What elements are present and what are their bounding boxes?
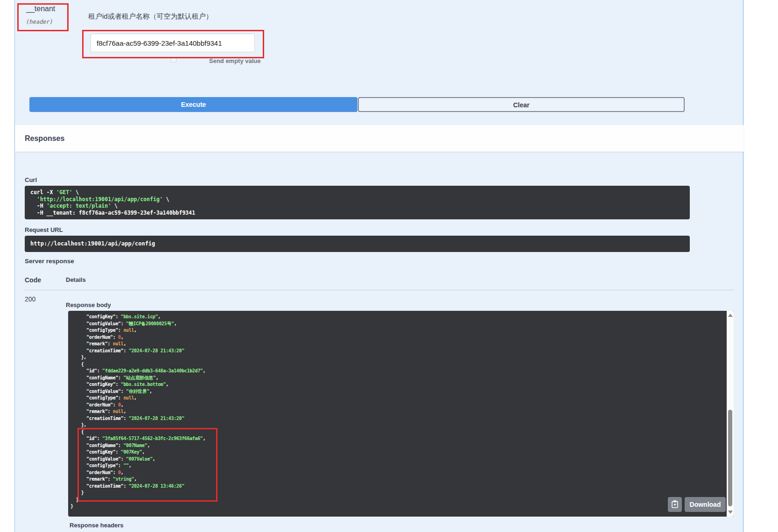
status-code: 200 — [25, 295, 35, 303]
curl-block: curl -X 'GET' \ 'http://localhost:19001/… — [25, 186, 690, 219]
send-empty-label: Send empty value — [209, 57, 261, 64]
annotation-box-input — [82, 30, 264, 58]
param-description: 租户id或者租户名称（可空为默认租户） — [88, 12, 213, 21]
curl-label: Curl — [25, 176, 37, 183]
curl-command: curl -X 'GET' \ 'http://localhost:19001/… — [30, 189, 684, 216]
request-url-label: Request URL — [25, 226, 63, 233]
code-column-header: Code — [25, 276, 41, 284]
annotation-box-param-name — [17, 3, 69, 31]
table-separator — [25, 290, 735, 290]
request-url-block: http://localhost:19001/api/app/config — [25, 236, 690, 252]
responses-header-bar: Responses — [15, 125, 744, 152]
response-headers-label: Response headers — [70, 522, 124, 529]
swagger-page: __tenant (header) 租户id或者租户名称（可空为默认租户） Se… — [0, 0, 778, 532]
responses-title: Responses — [25, 134, 64, 143]
scroll-up-arrow-icon[interactable] — [728, 314, 733, 317]
scroll-down-arrow-icon[interactable] — [728, 511, 733, 514]
clear-button[interactable]: Clear — [358, 97, 685, 112]
clipboard-icon — [671, 500, 679, 510]
download-button[interactable]: Download — [685, 497, 726, 512]
execute-button[interactable]: Execute — [29, 97, 357, 112]
scrollbar-thumb[interactable] — [728, 410, 732, 506]
copy-response-button[interactable] — [668, 497, 682, 512]
annotation-box-json-object — [77, 428, 217, 502]
details-column-header: Details — [66, 276, 86, 283]
request-url-value: http://localhost:19001/api/app/config — [30, 240, 155, 247]
server-response-label: Server response — [25, 258, 74, 265]
response-body-scrollbar[interactable] — [727, 311, 734, 517]
response-body-label: Response body — [66, 301, 111, 308]
